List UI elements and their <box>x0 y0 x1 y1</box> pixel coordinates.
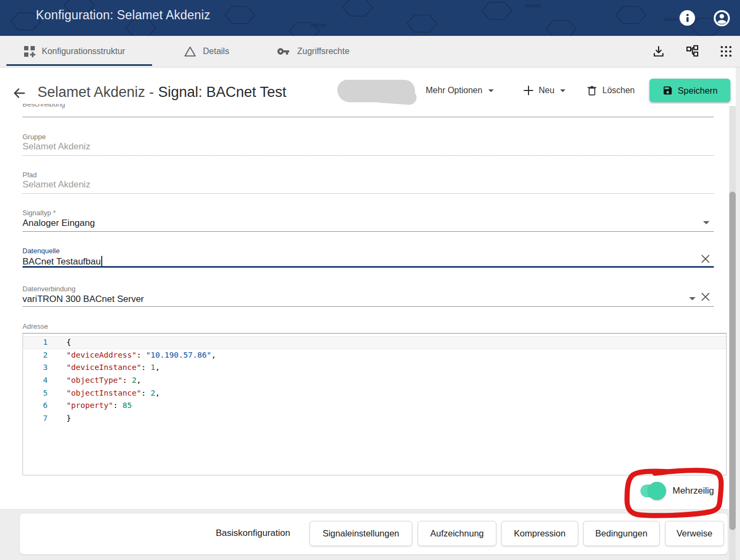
datenquelle-underline-focused <box>22 266 714 268</box>
code-text: } <box>55 412 71 425</box>
delete-button[interactable]: Löschen <box>586 79 635 102</box>
new-button[interactable]: Neu <box>523 79 565 102</box>
more-options-label: Mehr Optionen <box>426 86 482 95</box>
text-cursor <box>101 256 102 266</box>
info-icon[interactable] <box>679 10 695 26</box>
footer-tab-label: Bedingungen <box>595 528 647 539</box>
code-text: { <box>55 336 71 349</box>
download-icon[interactable] <box>652 45 665 58</box>
signaltyp-dropdown-icon[interactable] <box>703 221 709 224</box>
schema-icon[interactable] <box>685 45 699 58</box>
code-line: 4"objectType": 2, <box>23 374 726 387</box>
line-number: 3 <box>23 361 55 374</box>
pfad-value: Selamet Akdeniz <box>22 179 90 190</box>
signaltyp-underline <box>22 231 714 232</box>
active-tab-underline <box>6 64 152 66</box>
field-label-beschreibung: Beschreibung <box>22 104 65 108</box>
code-text: "property": 85 <box>55 399 132 412</box>
footer-tab-bedingungen[interactable]: Bedingungen <box>583 521 660 546</box>
datenverbindung-underline <box>22 306 714 307</box>
code-line: 6"property": 85 <box>23 399 726 412</box>
line-number: 7 <box>23 412 55 425</box>
tab-label: Konfigurationsstruktur <box>42 47 125 56</box>
redaction-blob <box>374 88 417 105</box>
code-line: 7} <box>23 412 726 425</box>
line-number: 6 <box>23 399 55 412</box>
toggle-thumb <box>648 482 666 500</box>
beschreibung-input[interactable] <box>22 117 714 117</box>
account-icon[interactable] <box>713 10 730 27</box>
adresse-json-editor[interactable]: 1{2"deviceAddress": "10.190.57.86",3"dev… <box>22 333 727 475</box>
field-label-signaltyp: Signaltyp * <box>22 209 56 217</box>
code-text: "deviceInstance": 1, <box>55 361 160 374</box>
tab-konfigurationsstruktur[interactable]: Konfigurationsstruktur <box>24 36 125 67</box>
app-title: Konfiguration: Selamet Akdeniz <box>36 8 210 22</box>
footer-tab-label: Verweise <box>677 528 713 539</box>
new-label: Neu <box>539 86 554 95</box>
field-label-gruppe: Gruppe <box>22 133 46 141</box>
multiline-toggle[interactable] <box>640 484 665 498</box>
save-label: Speichern <box>678 86 718 96</box>
gruppe-underline <box>22 155 714 156</box>
footer-tab-basiskonfiguration[interactable]: Basiskonfiguration <box>216 528 290 539</box>
tab-zugriffsrechte[interactable]: Zugriffsrechte <box>276 36 350 67</box>
form-scroll-area: Beschreibung Gruppe Selamet Akdeniz Pfad… <box>0 104 736 510</box>
datenverbindung-clear-icon[interactable] <box>701 292 710 304</box>
field-label-datenverbindung: Datenverbindung <box>22 285 75 293</box>
more-options-button[interactable]: Mehr Optionen <box>426 79 494 102</box>
code-line: 1{ <box>23 336 726 349</box>
code-text: "deviceAddress": "10.190.57.86", <box>55 349 216 362</box>
datenverbindung-dropdown-icon[interactable] <box>689 297 696 300</box>
trash-icon <box>586 85 598 96</box>
save-floppy-icon <box>662 85 673 96</box>
chevron-down-icon <box>488 89 494 92</box>
page-title-main: Signal: BACnet Test <box>158 84 286 100</box>
code-line: 3"deviceInstance": 1, <box>23 361 726 374</box>
datenquelle-input-value[interactable]: BACnet Testaufbau <box>22 256 102 267</box>
footer-tab-label: Aufzeichnung <box>431 528 484 539</box>
code-text: "objectType": 2, <box>55 374 141 387</box>
tab-bar: Konfigurationsstruktur Details Zugriffsr… <box>0 36 740 67</box>
code-line: 2"deviceAddress": "10.190.57.86", <box>23 349 726 362</box>
multiline-toggle-label: Mehrzeilig <box>673 486 714 496</box>
footer-tab-verweise[interactable]: Verweise <box>665 521 724 546</box>
vertical-scrollbar[interactable] <box>729 106 736 560</box>
delete-label: Löschen <box>602 86 635 95</box>
apps-grid-icon[interactable] <box>720 45 733 58</box>
code-text: "objectInstance": 2, <box>55 387 160 400</box>
save-button[interactable]: Speichern <box>650 79 730 102</box>
field-label-pfad: Pfad <box>22 171 37 179</box>
page-title: Selamet Akdeniz - Signal: BACnet Test <box>37 84 286 101</box>
scrollbar-thumb[interactable] <box>729 192 736 530</box>
gruppe-value: Selamet Akdeniz <box>22 141 90 152</box>
datenverbindung-select-value[interactable]: variTRON 300 BACnet Server <box>22 294 144 305</box>
app-header: Konfiguration: Selamet Akdeniz <box>0 0 740 36</box>
footer-tab-aufzeichnung[interactable]: Aufzeichnung <box>418 521 496 546</box>
line-number: 2 <box>23 349 55 362</box>
tab-details[interactable]: Details <box>184 36 229 67</box>
footer-tab-label: Signaleinstellungen <box>322 528 399 539</box>
code-lines: 1{2"deviceAddress": "10.190.57.86",3"dev… <box>23 336 726 425</box>
tab-label: Zugriffsrechte <box>297 47 350 56</box>
field-label-datenquelle: Datenquelle <box>22 247 59 255</box>
plus-icon <box>523 85 534 96</box>
tab-label: Details <box>203 47 229 56</box>
key-icon <box>276 45 291 58</box>
datenquelle-clear-icon[interactable] <box>701 254 710 266</box>
pfad-underline <box>22 193 714 194</box>
page-title-prefix: Selamet Akdeniz - <box>37 84 158 100</box>
chevron-down-icon <box>560 89 565 92</box>
footer-tab-label: Kompression <box>514 528 565 539</box>
line-number: 4 <box>23 374 55 387</box>
signaltyp-select-value[interactable]: Analoger Eingang <box>22 218 95 229</box>
footer-tab-kompression[interactable]: Kompression <box>501 521 578 546</box>
multiline-toggle-row: Mehrzeilig <box>640 484 714 498</box>
back-arrow-icon[interactable] <box>12 86 27 101</box>
field-label-adresse: Adresse <box>22 322 48 330</box>
triangle-icon <box>184 46 197 57</box>
line-number: 5 <box>23 387 55 400</box>
dashboard-customize-icon <box>24 46 35 57</box>
code-line: 5"objectInstance": 2, <box>23 387 726 400</box>
footer-tab-signaleinstellungen[interactable]: Signaleinstellungen <box>309 521 412 546</box>
line-number: 1 <box>23 336 55 349</box>
